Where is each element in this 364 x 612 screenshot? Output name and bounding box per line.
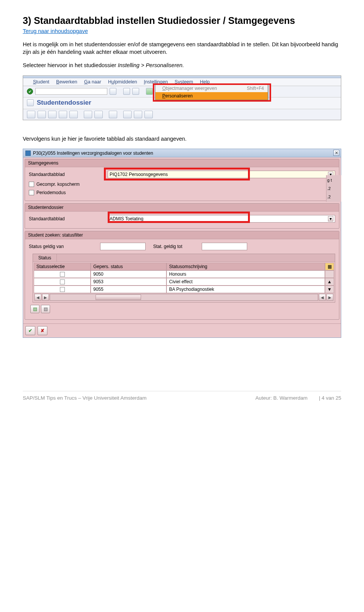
dd-item-personaliseren[interactable]: Personaliseren xyxy=(155,92,268,100)
ok-icon[interactable]: ✔ xyxy=(27,88,33,94)
status-table-header: Statusselectie Gepers. status Statusomsc… xyxy=(34,263,334,270)
instellingen-dropdown: Objectmanager weergeven Shift+F4 Persona… xyxy=(155,84,268,100)
table-row: 9050Honours xyxy=(34,270,334,278)
status-tab-container: Status Statusselectie Gepers. status Sta… xyxy=(33,254,335,303)
group-statusfilter: Student zoeken: statusfilter Status geld… xyxy=(25,231,339,320)
cancel-button[interactable]: ✘ xyxy=(38,326,47,335)
tb2-btn[interactable] xyxy=(94,111,103,118)
tb2-btn[interactable] xyxy=(27,111,35,118)
menu-bewerken[interactable]: Bewerken xyxy=(56,79,77,85)
tb2-btn[interactable] xyxy=(48,111,56,118)
tb2-btn[interactable] xyxy=(134,111,142,118)
footer-page: | 4 van 25 xyxy=(319,395,341,401)
tb2-btn[interactable] xyxy=(84,111,92,118)
cell-code: 9055 xyxy=(91,286,166,293)
scroll-left-icon[interactable]: ◀ xyxy=(319,294,326,301)
row-scroll-icon[interactable] xyxy=(325,270,334,278)
row-checkbox[interactable] xyxy=(60,272,65,277)
tb2-btn[interactable] xyxy=(144,111,153,118)
group-studentendossier: Studentendossier Standaardtabblad ADMIS … xyxy=(25,203,339,229)
field-value: PIQ1702 Persoonsgegevens xyxy=(110,172,168,177)
label-standaardtabblad: Standaardtabblad xyxy=(29,172,105,177)
side-text: .2 xyxy=(327,193,340,201)
menu-help[interactable]: Help xyxy=(200,79,210,85)
footer-left: SAP/SLM Tips en Trucs – Vrije Universite… xyxy=(23,395,147,401)
label-standaardtabblad: Standaardtabblad xyxy=(29,216,105,221)
side-fragment: g t .2 .2 xyxy=(326,175,341,202)
tb2-btn[interactable] xyxy=(123,111,132,118)
tb2-btn[interactable] xyxy=(109,111,117,118)
dialog-body: Stamgegevens Standaardtabblad PIQ1702 Pe… xyxy=(23,157,341,323)
table-row: 9055BA Psychodiagnostiek▼ xyxy=(34,286,334,293)
horizontal-scrollbar[interactable]: ◀ ▶ ◀ ▶ xyxy=(34,293,334,301)
sap-logo-icon xyxy=(25,151,31,156)
field-status-tot[interactable] xyxy=(202,243,247,250)
menu-instellingen[interactable]: Instellingen xyxy=(144,79,168,85)
menu-student[interactable]: Student xyxy=(33,79,49,85)
ok-button[interactable]: ✔ xyxy=(25,326,35,335)
menu-hulpmiddelen[interactable]: Hulpmiddelen xyxy=(108,79,137,85)
screenshot-studentendossier: Student Bewerken Ga naar Hulpmiddelen In… xyxy=(23,75,341,120)
th-statusselectie: Statusselectie xyxy=(34,263,91,270)
scroll-thumb[interactable] xyxy=(96,295,141,300)
dd-label: ersonaliseren xyxy=(165,93,193,99)
document-icon[interactable] xyxy=(27,99,34,106)
dropdown-icon[interactable]: ▾ xyxy=(328,216,333,221)
dialog-titlebar: P30(2)/055 Instellingen verzorgingsdialo… xyxy=(23,149,341,157)
scroll-track[interactable] xyxy=(50,294,318,301)
intro-paragraph-1: Het is mogelijk om in het studentendossi… xyxy=(23,41,341,56)
row-scroll-icon[interactable]: ▲ xyxy=(325,278,334,286)
side-text: g t xyxy=(327,176,340,184)
scroll-right-icon[interactable]: ▶ xyxy=(326,294,333,301)
nav-icon[interactable] xyxy=(146,88,153,95)
checkbox-label: Gecompr. kopscherm xyxy=(36,182,80,187)
dialog-button-bar: ✔ ✘ xyxy=(23,323,341,337)
menu-systeem[interactable]: Systeem xyxy=(175,79,193,85)
dialog-title: P30(2)/055 Instellingen verzorgingsdialo… xyxy=(33,151,153,156)
tb2-btn[interactable] xyxy=(38,111,46,118)
tb2-btn[interactable] xyxy=(69,111,78,118)
back-icon[interactable] xyxy=(123,88,130,95)
row-scroll-icon[interactable]: ▼ xyxy=(325,286,334,293)
cell-desc: BA Psychodiagnostiek xyxy=(166,286,325,293)
close-icon[interactable]: ✕ xyxy=(333,150,339,156)
scroll-left-icon[interactable]: ◀ xyxy=(35,294,41,301)
row-checkbox[interactable] xyxy=(60,279,65,284)
group-stamgegevens: Stamgegevens Standaardtabblad PIQ1702 Pe… xyxy=(25,159,339,201)
th-gepers-status: Gepers. status xyxy=(91,263,166,270)
cell-desc: Honours xyxy=(166,270,325,278)
scroll-right-icon[interactable]: ▶ xyxy=(42,294,49,301)
side-text: .2 xyxy=(327,184,340,193)
footer-author: Auteur: B. Warmerdam xyxy=(255,395,308,401)
cell-code: 9053 xyxy=(91,278,166,286)
column-config-icon[interactable]: ▦ xyxy=(325,263,334,270)
field-stam-standaardtabblad[interactable]: PIQ1702 Persoonsgegevens ▾ xyxy=(108,171,335,178)
section-heading: 3) Standaardtabblad instellen Studiedoss… xyxy=(23,15,341,26)
checkbox[interactable] xyxy=(29,190,34,195)
para2-italic: Instelling > Personaliseren. xyxy=(118,62,184,68)
group-header: Studentendossier xyxy=(25,204,339,212)
command-input[interactable] xyxy=(35,88,107,95)
checkbox[interactable] xyxy=(29,182,34,187)
label-status-van: Status geldig van xyxy=(29,244,97,249)
table-action-icon[interactable]: ▤ xyxy=(30,305,39,313)
tb2-btn[interactable] xyxy=(59,111,67,118)
page-title: Studentendossier xyxy=(37,99,91,107)
page-footer: SAP/SLM Tips en Trucs – Vrije Universite… xyxy=(23,391,341,401)
toolbar-secondary xyxy=(23,109,341,120)
tab-status[interactable]: Status xyxy=(33,254,57,262)
field-status-van[interactable] xyxy=(100,243,146,250)
menu-ganaar[interactable]: Ga naar xyxy=(84,79,101,85)
dd-item-objectmanager: Objectmanager weergeven Shift+F4 xyxy=(155,85,268,92)
dropdown-icon[interactable] xyxy=(110,88,116,95)
checkbox-label: Periodemodus xyxy=(36,190,66,195)
save-icon[interactable] xyxy=(132,88,139,95)
row-checkbox[interactable] xyxy=(60,287,65,292)
field-dossier-standaardtabblad[interactable]: ADMIS Toelating ▾ xyxy=(108,215,335,223)
screenshot-settings-dialog: P30(2)/055 Instellingen verzorgingsdialo… xyxy=(23,149,341,338)
table-action-icon[interactable]: ▤ xyxy=(41,305,50,313)
toc-link[interactable]: Terug naar inhoudsopgave xyxy=(23,28,88,34)
para2-lead: Selecteer hiervoor in het studiedossier xyxy=(23,62,118,68)
group-header: Student zoeken: statusfilter xyxy=(25,231,339,239)
table-row: 9053Civiel effect▲ xyxy=(34,278,334,286)
